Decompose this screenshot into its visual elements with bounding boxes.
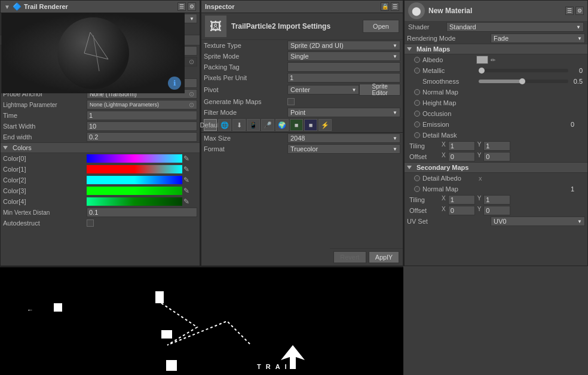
emission-toggle[interactable] [414, 121, 420, 127]
pivot-dropdown[interactable]: Center ▼ [287, 85, 359, 94]
platform-tabs: Default 🌐 ⬇ 📱 🎤 🌍 ■ ■ ⚡ [201, 118, 403, 133]
color0-edit-icon[interactable]: ✎ [183, 154, 189, 163]
time-value: 1 [89, 112, 93, 119]
offset2-y-input[interactable]: 0 [483, 206, 510, 215]
smoothness-slider[interactable] [479, 80, 568, 83]
pixels-per-unit-label: Pixels Per Unit [204, 74, 287, 81]
apply-button[interactable]: ApplY [369, 251, 399, 263]
tiling-x-input[interactable]: 1 [448, 141, 475, 151]
min-vertex-input[interactable]: 0.1 [87, 208, 197, 217]
shader-arrow: ▼ [576, 25, 581, 30]
mat-menu-icon[interactable]: ☰ [565, 7, 574, 15]
tab-lightning[interactable]: ⚡ [318, 119, 332, 131]
offset-x-key: X [442, 152, 446, 161]
element0-circle[interactable]: ⊙ [189, 58, 194, 66]
color0-bar[interactable] [87, 154, 182, 163]
uv-set-dropdown[interactable]: UV0 ▼ [491, 217, 585, 226]
tiling2-row: Tiling X 1 Y 1 [405, 194, 587, 205]
color3-bar[interactable] [87, 187, 182, 195]
preview-canvas: ℹ [1, 13, 185, 93]
lightmap-param-icon[interactable]: ⊙ [189, 101, 194, 109]
end-width-input[interactable]: 0.2 [87, 132, 197, 142]
smoothness-thumb[interactable] [519, 78, 525, 84]
metallic-slider[interactable] [479, 69, 568, 72]
albedo-toggle[interactable] [414, 57, 420, 63]
preview-line [93, 35, 99, 71]
rendering-mode-label: Rendering Mode [407, 35, 491, 42]
preview-info-icon[interactable]: ℹ [168, 77, 181, 90]
probe-anchor-icon[interactable]: ⊙ [189, 90, 194, 98]
color1-edit-icon[interactable]: ✎ [183, 165, 189, 173]
offset-x-input[interactable]: 0 [448, 152, 475, 161]
tab-default[interactable]: Default [204, 119, 217, 131]
mat-settings-icon[interactable]: ⚙ [575, 7, 584, 15]
emission-value: 0 [571, 121, 583, 128]
occlusion-toggle[interactable] [414, 111, 420, 117]
tab-globe[interactable]: 🌍 [275, 119, 289, 131]
revert-button[interactable]: Revert [333, 251, 366, 263]
colors-expand-icon[interactable] [3, 146, 8, 150]
main-maps-expand[interactable] [407, 47, 412, 51]
sprite-editor-button[interactable]: Sprite Editor [359, 84, 400, 96]
lightmap-param-field[interactable]: None (Lightmap Parameters) ⊙ [87, 100, 197, 109]
generate-mip-row: Generate Mip Maps [201, 96, 403, 107]
tab-web[interactable]: 🌐 [218, 119, 231, 131]
filter-mode-dropdown[interactable]: Point ▼ [287, 108, 400, 117]
color2-row: Color[2] ✎ [1, 175, 200, 185]
format-dropdown[interactable]: Truecolor ▼ [287, 144, 400, 154]
metallic-thumb[interactable] [479, 68, 485, 74]
color3-edit-icon[interactable]: ✎ [183, 187, 189, 195]
max-size-dropdown[interactable]: 2048 ▼ [287, 133, 400, 143]
collapse-icon[interactable]: ▼ [4, 4, 10, 10]
detail-albedo-toggle[interactable] [414, 175, 420, 181]
tab-blue[interactable]: ■ [304, 119, 317, 131]
texture-type-value: Sprite (2D and UI) [290, 42, 344, 49]
material-sphere-icon: ⬤ [408, 2, 425, 19]
metallic-toggle[interactable] [414, 68, 420, 74]
color4-bar[interactable] [87, 197, 182, 206]
panel-menu-icon[interactable]: ☰ [177, 2, 186, 11]
texture-type-dropdown[interactable]: Sprite (2D and UI) ▼ [287, 41, 400, 50]
sec-normal-map-toggle[interactable] [414, 186, 420, 192]
tab-audio[interactable]: 🎤 [261, 119, 274, 131]
offset-y-input[interactable]: 0 [483, 152, 510, 161]
tiling2-y-input[interactable]: 1 [483, 195, 510, 205]
albedo-swatch[interactable] [476, 56, 488, 64]
tab-download[interactable]: ⬇ [232, 119, 246, 131]
albedo-eyedropper[interactable]: ✏ [491, 57, 495, 63]
normal-map-toggle[interactable] [414, 89, 420, 95]
height-map-toggle[interactable] [414, 100, 420, 106]
detail-albedo-label: Detail Albedo [422, 175, 476, 182]
time-input[interactable]: 1 [87, 111, 197, 120]
filter-mode-row: Filter Mode Point ▼ [201, 107, 403, 118]
open-button[interactable]: Open [363, 20, 399, 33]
detail-mask-toggle[interactable] [414, 132, 420, 138]
rendering-mode-dropdown[interactable]: Fade ▼ [491, 33, 585, 43]
color2-bar[interactable] [87, 176, 182, 184]
secondary-maps-expand[interactable] [407, 166, 412, 169]
color4-edit-icon[interactable]: ✎ [183, 197, 189, 206]
color1-bar[interactable] [87, 165, 182, 173]
color2-edit-icon[interactable]: ✎ [183, 176, 189, 184]
panel-settings-icon[interactable]: ⚙ [188, 2, 196, 11]
sprite-mode-label: Sprite Mode [204, 53, 287, 60]
game-view: ← TRAIL [0, 266, 403, 375]
offset2-x-input[interactable]: 0 [448, 206, 475, 215]
packing-tag-input[interactable] [287, 62, 400, 72]
colors-section: Colors [1, 142, 200, 153]
tiling2-x-input[interactable]: 1 [448, 195, 475, 205]
generate-mip-checkbox[interactable] [287, 98, 295, 105]
detail-albedo-x[interactable]: x [479, 175, 482, 182]
end-width-value: 0.2 [89, 133, 98, 141]
inspector-menu-icon[interactable]: ☰ [391, 2, 399, 11]
pixels-per-unit-input[interactable]: 1 [287, 73, 400, 83]
tiling-y-input[interactable]: 1 [483, 141, 510, 151]
tiling2-x-key: X [442, 195, 446, 205]
inspector-lock-icon[interactable]: 🔒 [381, 2, 389, 11]
sprite-mode-dropdown[interactable]: Single ▼ [287, 51, 400, 61]
start-width-input[interactable]: 10 [87, 121, 197, 131]
autodestruct-checkbox[interactable] [87, 219, 94, 227]
shader-dropdown[interactable]: Standard ▼ [446, 22, 584, 32]
tab-green[interactable]: ■ [290, 119, 303, 131]
tab-mobile[interactable]: 📱 [247, 119, 260, 131]
